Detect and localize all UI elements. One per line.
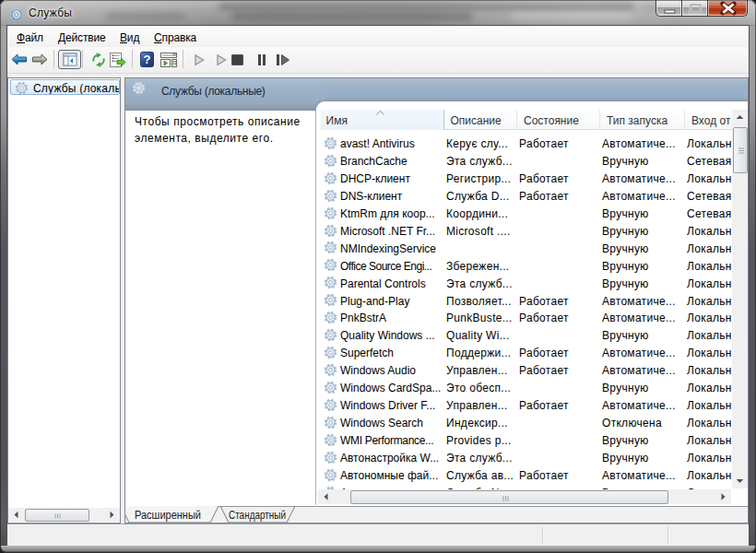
svg-text:Стандартный: Стандартный — [229, 509, 286, 522]
svg-text:?: ? — [144, 53, 151, 66]
svg-text:Расширенный: Расширенный — [135, 509, 201, 522]
